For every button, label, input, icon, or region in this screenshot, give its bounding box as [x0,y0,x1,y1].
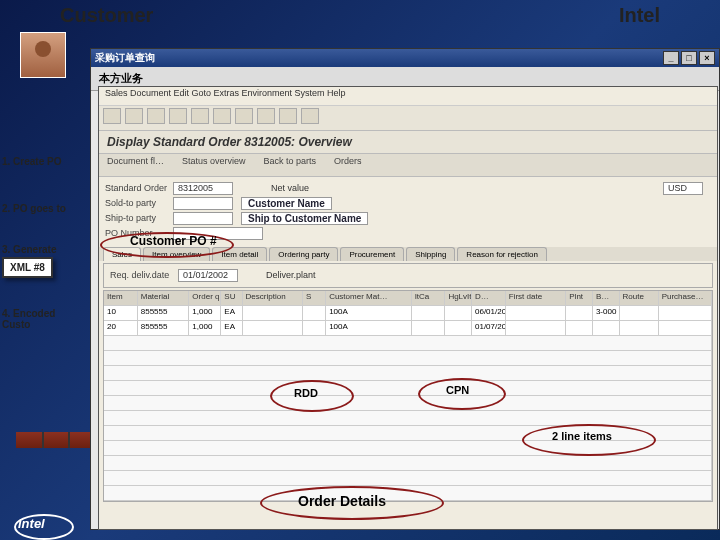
sap-screen-title: Display Standard Order 8312005: Overview [99,131,717,154]
table-row-empty[interactable] [104,396,712,411]
table-row-empty[interactable] [104,336,712,351]
sap-menu-bar[interactable]: Sales Document Edit Goto Extras Environm… [99,87,717,106]
item-table: Item Material Order q… SU Description S … [103,290,713,502]
toolbar-button[interactable] [103,108,121,124]
toolbar-button[interactable] [213,108,231,124]
customer-avatar [20,32,66,78]
intel-heading: Intel [619,4,660,27]
tab-item-overview[interactable]: Item overview [143,247,210,261]
toolbar-button[interactable] [191,108,209,124]
th-s: S [303,291,326,305]
toolbar-button[interactable] [147,108,165,124]
th-d: D… [472,291,506,305]
step-2: 2. PO goes to [2,203,94,214]
customer-name-text: Customer Name [241,197,332,210]
tab-shipping[interactable]: Shipping [406,247,455,261]
deliver-plant-label: Deliver.plant [266,270,316,280]
table-row-empty[interactable] [104,471,712,486]
table-row-empty[interactable] [104,366,712,381]
th-su: SU [221,291,242,305]
net-value-label: Net value [271,183,309,193]
req-date-label: Req. deliv.date [110,270,178,280]
window-titlebar[interactable]: 采购订单查询 _ □ × [91,49,719,67]
header-labels: Customer Intel [60,4,660,27]
th-route: Route [620,291,659,305]
customer-heading: Customer [60,4,153,27]
req-date-value: 01/01/2002 [178,269,238,282]
customer-po-label: Customer PO # [130,234,217,248]
toolbar-button[interactable] [301,108,319,124]
document-flow-button[interactable]: Document fl… [107,156,164,174]
toolbar-button[interactable] [279,108,297,124]
sap-order-window: Sales Document Edit Goto Extras Environm… [98,86,718,530]
th-hglv: HgLvIt [445,291,472,305]
table-row[interactable]: 10 855555 1,000 EA 100A 06/01/2001 3-000 [104,306,712,321]
minimize-button[interactable]: _ [663,51,679,65]
maximize-button[interactable]: □ [681,51,697,65]
sap-toolbar-secondary[interactable]: Document fl… Status overview Back to par… [99,154,717,177]
intel-logo: intel [18,516,70,536]
orders-button[interactable]: Orders [334,156,362,174]
standard-order-value: 8312005 [173,182,233,195]
table-row-empty[interactable] [104,456,712,471]
th-itca: ItCa [412,291,446,305]
step-1: 1. Create PO [2,156,94,167]
step-3: 3. Generate XML #8 [2,244,94,278]
tab-reason-rejection[interactable]: Reason for rejection [457,247,547,261]
th-firstdate: First date [506,291,567,305]
toolbar-button[interactable] [169,108,187,124]
th-qty: Order q… [189,291,221,305]
table-row-empty[interactable] [104,441,712,456]
tab-ordering-party[interactable]: Ordering party [269,247,338,261]
table-row-empty[interactable] [104,411,712,426]
toolbar-button[interactable] [125,108,143,124]
order-details-label: Order Details [298,493,386,509]
th-material: Material [138,291,190,305]
close-button[interactable]: × [699,51,715,65]
th-purchase: Purchase… [659,291,712,305]
sold-to-value [173,197,233,210]
tab-sales[interactable]: Sales [103,247,141,261]
firewall-icon [16,432,96,448]
tab-procurement[interactable]: Procurement [340,247,404,261]
line-items-label: 2 line items [552,430,612,442]
ship-to-name-text: Ship to Customer Name [241,212,368,225]
table-row-empty[interactable] [104,381,712,396]
sold-to-label: Sold-to party [105,198,173,208]
table-row[interactable]: 20 855555 1,000 EA 100A 01/07/2003 [104,321,712,336]
th-b: B… [593,291,620,305]
xml-box: XML #8 [2,257,53,278]
standard-order-label: Standard Order [105,183,173,193]
ship-to-label: Ship-to party [105,213,173,223]
step-list: 1. Create PO 2. PO goes to 3. Generate X… [2,156,94,360]
table-row-empty[interactable] [104,351,712,366]
toolbar-button[interactable] [257,108,275,124]
status-overview-button[interactable]: Status overview [182,156,246,174]
currency-value: USD [663,182,703,195]
tab-item-detail[interactable]: Item detail [212,247,267,261]
back-to-parts-button[interactable]: Back to parts [264,156,317,174]
toolbar-button[interactable] [235,108,253,124]
window-title: 采购订单查询 [95,51,155,65]
th-plnt: Plnt [566,291,593,305]
tab-strip: Sales Item overview Item detail Ordering… [99,247,717,261]
table-row-empty[interactable] [104,426,712,441]
table-row-empty[interactable] [104,486,712,501]
cpn-label: CPN [446,384,469,396]
ship-to-value [173,212,233,225]
th-item: Item [104,291,138,305]
table-header: Item Material Order q… SU Description S … [104,291,712,306]
rdd-label: RDD [294,387,318,399]
step-4: 4. Encoded Custo [2,308,94,330]
sap-toolbar[interactable] [99,106,717,131]
th-desc: Description [243,291,304,305]
th-custmat: Customer Mat… [326,291,411,305]
